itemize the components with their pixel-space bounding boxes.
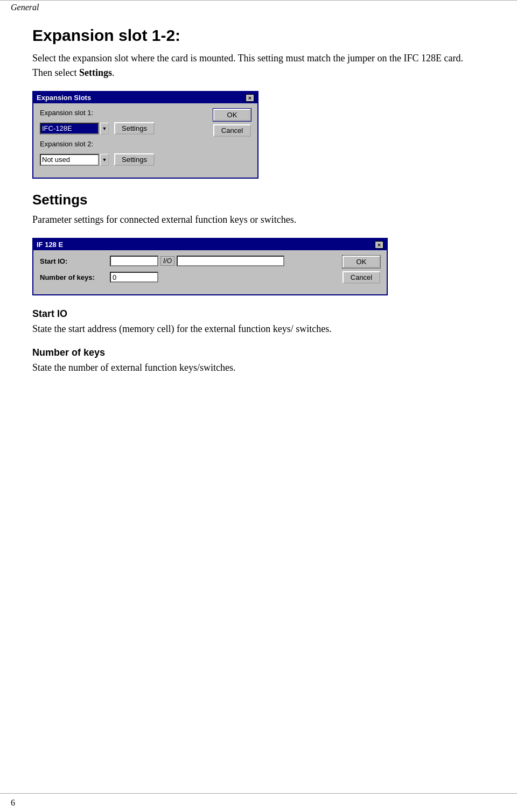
if128e-content: Start IO: I/O Number of keys: OK Cancel	[40, 256, 380, 288]
num-keys-row: Number of keys:	[40, 272, 334, 283]
slot1-select[interactable]: IFC-128E	[40, 123, 99, 135]
expansion-slots-fields: Expansion slot 1: IFC-128E ▼ Settings	[40, 109, 205, 171]
slot1-settings-btn[interactable]: Settings	[114, 122, 155, 135]
io-separator: I/O	[160, 256, 174, 266]
expansion-slots-body: Expansion slot 1: IFC-128E ▼ Settings	[33, 103, 257, 178]
section1-title: Expansion slot 1-2:	[32, 26, 485, 45]
page-number: 6	[11, 798, 15, 807]
page-header: General	[0, 0, 517, 16]
slot1-label: Expansion slot 1:	[40, 109, 104, 117]
expansion-slots-title: Expansion Slots	[37, 94, 91, 102]
start-io-row: Start IO: I/O	[40, 256, 334, 266]
slot2-settings-btn[interactable]: Settings	[114, 153, 155, 166]
if128e-body: Start IO: I/O Number of keys: OK Cancel	[33, 250, 387, 294]
slot2-label: Expansion slot 2:	[40, 140, 104, 148]
slot1-row: Expansion slot 1:	[40, 109, 205, 117]
start-io-input1[interactable]	[110, 256, 158, 266]
slot2-row: Expansion slot 2:	[40, 140, 205, 148]
section1-body: Select the expansion slot where the card…	[32, 51, 485, 80]
start-io-body: State the start address (memory cell) fo…	[32, 322, 485, 336]
slot2-dropdown-arrow[interactable]: ▼	[100, 154, 109, 166]
expansion-slots-content: Expansion slot 1: IFC-128E ▼ Settings	[40, 109, 251, 171]
page-footer: 6	[0, 793, 517, 812]
expansion-slots-buttons: OK Cancel	[213, 109, 251, 137]
expansion-slots-ok-btn[interactable]: OK	[213, 109, 251, 121]
start-io-title: Start IO	[32, 308, 485, 320]
if128e-buttons: OK Cancel	[343, 256, 380, 284]
slot1-select-group: IFC-128E ▼	[40, 123, 109, 135]
header-label: General	[11, 3, 39, 12]
num-keys-title: Number of keys	[32, 347, 485, 358]
if128e-title: IF 128 E	[37, 241, 63, 249]
section2-body: Parameter settings for connected externa…	[32, 213, 485, 227]
slot2-value: Not used	[42, 156, 70, 164]
expansion-slots-cancel-btn[interactable]: Cancel	[213, 124, 251, 137]
if128e-cancel-btn[interactable]: Cancel	[343, 271, 380, 284]
section1-settings-bold: Settings	[79, 67, 112, 78]
slot2-select[interactable]: Not used	[40, 154, 99, 166]
expansion-slots-close-btn[interactable]: ×	[246, 94, 254, 102]
main-content: Expansion slot 1-2: Select the expansion…	[0, 16, 517, 416]
num-keys-label: Number of keys:	[40, 273, 110, 281]
if128e-dialog: IF 128 E × Start IO: I/O Number of keys:	[32, 238, 388, 295]
start-io-label: Start IO:	[40, 257, 110, 265]
num-keys-input[interactable]	[110, 272, 158, 283]
start-io-input2[interactable]	[177, 256, 284, 266]
slot2-controls-row: Not used ▼ Settings	[40, 153, 205, 166]
slot2-select-group: Not used ▼	[40, 154, 109, 166]
expansion-slots-titlebar: Expansion Slots ×	[33, 92, 257, 103]
if128e-close-btn[interactable]: ×	[375, 241, 383, 249]
num-keys-body: State the number of external function ke…	[32, 361, 485, 375]
section2-title: Settings	[32, 192, 485, 208]
slot1-dropdown-arrow[interactable]: ▼	[100, 123, 109, 135]
if128e-fields: Start IO: I/O Number of keys:	[40, 256, 334, 288]
slot1-controls-row: IFC-128E ▼ Settings	[40, 122, 205, 135]
slot1-value: IFC-128E	[42, 124, 72, 132]
expansion-slots-dialog: Expansion Slots × Expansion slot 1: IFC-…	[32, 91, 258, 179]
if128e-titlebar: IF 128 E ×	[33, 239, 387, 250]
if128e-ok-btn[interactable]: OK	[343, 256, 380, 268]
